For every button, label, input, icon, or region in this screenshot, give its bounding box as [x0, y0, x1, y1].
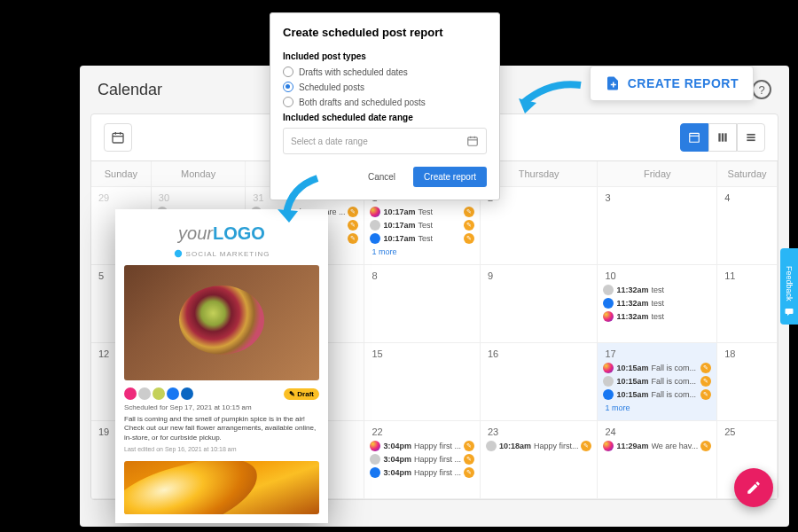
calendar-icon	[466, 135, 479, 147]
svg-rect-8	[724, 133, 726, 141]
event[interactable]: 10:17amTest✎	[368, 219, 476, 231]
grid-icon	[688, 131, 700, 144]
network-icon	[153, 387, 165, 400]
svg-rect-6	[718, 133, 720, 141]
svg-rect-0	[113, 133, 123, 143]
view-toggle	[680, 123, 765, 152]
edit-icon: ✎	[464, 233, 474, 244]
list-view-toggle[interactable]	[737, 123, 765, 152]
day-cell[interactable]: 16	[481, 343, 598, 421]
svg-rect-9	[747, 134, 755, 136]
day-cell[interactable]: 4	[717, 187, 778, 265]
create-report-modal: Create scheduled post report Included po…	[270, 12, 500, 200]
event[interactable]: 10:15amFall is com...✎	[601, 388, 713, 401]
instagram-icon	[124, 387, 137, 400]
radio-option[interactable]: Drafts with scheduled dates	[283, 66, 487, 77]
svg-rect-12	[786, 309, 794, 314]
create-report-button[interactable]: Create report	[413, 167, 487, 187]
section-label: Included scheduled date range	[283, 113, 487, 122]
network-icon	[603, 376, 614, 387]
last-edited: Last edited on Sep 16, 2021 at 10:18 am	[124, 446, 319, 452]
edit-icon: ✎	[581, 441, 591, 451]
compose-fab[interactable]	[734, 468, 773, 507]
edit-icon: ✎	[348, 220, 358, 231]
linkedin-icon	[181, 387, 193, 400]
post-image	[124, 461, 319, 514]
page-title: Calendar	[98, 81, 162, 99]
post-body: Fall is coming and the smell of pumpkin …	[124, 415, 319, 442]
more-link[interactable]: 1 more	[368, 246, 476, 258]
day-header: Sunday	[91, 161, 152, 187]
arrow-annotation	[273, 174, 326, 227]
edit-icon: ✎	[464, 454, 474, 465]
svg-rect-13	[468, 137, 478, 145]
day-cell[interactable]: 23 10:18amHappy first...✎	[481, 421, 598, 499]
edit-icon: ✎	[700, 363, 711, 373]
day-cell[interactable]: 8	[364, 265, 481, 343]
svg-point-17	[174, 250, 181, 257]
modal-title: Create scheduled post report	[283, 26, 487, 39]
day-cell[interactable]: 24 11:29amWe are hav...✎	[598, 421, 717, 499]
instagram-icon	[603, 441, 614, 451]
week-view-toggle[interactable]	[708, 123, 737, 152]
day-cell[interactable]: 17 10:15amFall is com...✎ 10:15amFall is…	[598, 343, 717, 421]
radio-icon	[283, 97, 293, 107]
day-cell[interactable]: 11	[717, 265, 778, 343]
post-image	[124, 265, 319, 380]
network-icon	[138, 387, 151, 400]
event[interactable]: 10:17amTest✎	[368, 232, 476, 245]
create-report-chip[interactable]: CREATE REPORT	[590, 66, 754, 101]
svg-rect-10	[747, 137, 755, 138]
megaphone-icon	[174, 249, 183, 258]
event[interactable]: 3:04pmHappy first ...✎	[368, 453, 476, 466]
draft-badge: ✎ Draft	[284, 388, 319, 400]
edit-icon: ✎	[700, 376, 711, 387]
post-meta: ✎ Draft	[124, 387, 319, 400]
day-cell[interactable]: 15	[364, 343, 481, 421]
event[interactable]: 11:29amWe are hav...✎	[601, 440, 713, 452]
cancel-button[interactable]: Cancel	[357, 167, 406, 187]
day-header: Monday	[152, 161, 246, 187]
day-cell[interactable]: 22 3:04pmHappy first ...✎ 3:04pmHappy fi…	[364, 421, 481, 499]
day-cell[interactable]: 18	[717, 343, 778, 421]
event[interactable]: 10:15amFall is com...✎	[601, 375, 713, 387]
edit-icon: ✎	[700, 441, 711, 451]
instagram-icon	[603, 311, 614, 322]
edit-icon: ✎	[464, 220, 474, 231]
radio-option[interactable]: Both drafts and scheduled posts	[283, 97, 487, 107]
event[interactable]: 10:18amHappy first...✎	[484, 440, 594, 452]
svg-rect-11	[747, 139, 755, 141]
month-view-toggle[interactable]	[680, 123, 708, 152]
radio-option[interactable]: Scheduled posts	[283, 82, 487, 92]
edit-icon: ✎	[464, 207, 474, 217]
edit-icon: ✎	[464, 441, 474, 451]
radio-icon	[283, 82, 293, 92]
scheduled-time: Scheduled for Sep 17, 2021 at 10:15 am	[124, 403, 319, 411]
feedback-tab[interactable]: Feedback	[780, 248, 798, 325]
day-cell[interactable]: 10 11:32amtest 11:32amtest 11:32amtest	[598, 265, 717, 343]
event[interactable]: 11:32amtest	[601, 284, 713, 296]
event[interactable]: 10:17amTest✎	[368, 206, 476, 218]
report-preview: yourLOGO SOCIAL MARKETING ✎ Draft Schedu…	[115, 209, 328, 523]
radio-icon	[283, 66, 293, 77]
network-icon	[370, 454, 380, 465]
day-header: Friday	[598, 161, 717, 187]
event[interactable]: 11:32amtest	[601, 297, 713, 309]
date-picker-button[interactable]	[104, 123, 132, 152]
date-range-input[interactable]: Select a date range	[283, 128, 487, 154]
help-icon[interactable]: ?	[752, 80, 771, 99]
event[interactable]: 3:04pmHappy first ...✎	[368, 466, 476, 479]
day-cell[interactable]: 9	[481, 265, 598, 343]
brand-subtitle: SOCIAL MARKETING	[124, 249, 319, 258]
more-link[interactable]: 1 more	[601, 402, 713, 414]
arrow-annotation	[514, 76, 585, 121]
day-cell[interactable]: 3	[598, 187, 717, 265]
columns-icon	[716, 131, 729, 144]
event[interactable]: 11:32amtest	[601, 310, 713, 323]
instagram-icon	[370, 441, 380, 451]
pencil-icon	[746, 480, 762, 496]
event[interactable]: 10:15amFall is com...✎	[601, 362, 713, 374]
event[interactable]: 3:04pmHappy first ...✎	[368, 440, 476, 452]
svg-rect-4	[690, 133, 700, 142]
instagram-icon	[603, 363, 614, 373]
